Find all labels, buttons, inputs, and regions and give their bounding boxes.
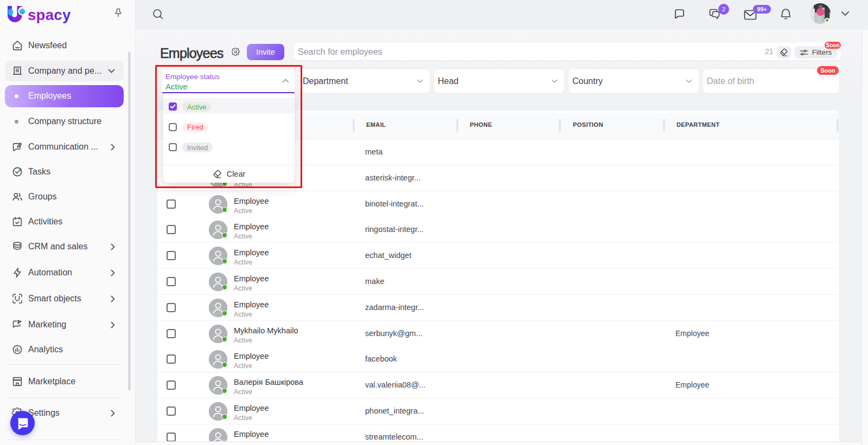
svg-text:spacy: spacy [28,7,71,23]
